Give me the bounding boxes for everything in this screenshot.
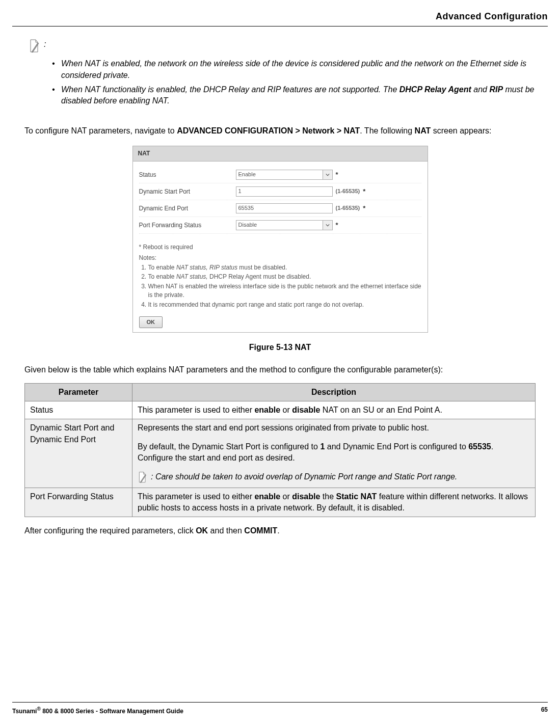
bullet-text: and: [471, 85, 490, 94]
text-block: By default, the Dynamic Start Port is co…: [138, 441, 530, 464]
bullet-text: When NAT is enabled, the network on the …: [61, 59, 526, 79]
table-header-description: Description: [132, 383, 536, 401]
bullet-text: When NAT functionality is enabled, the D…: [61, 85, 399, 94]
range-hint: (1-65535): [336, 187, 360, 195]
table-row: Port Forwarding Status This parameter is…: [25, 488, 536, 517]
range-hint: (1-65535): [336, 204, 360, 212]
text: . The following: [360, 126, 414, 135]
field-label: Dynamic Start Port: [139, 187, 236, 196]
text: To enable: [148, 273, 176, 280]
nat-config-panel: NAT Status Enable * Dynamic Start Port: [132, 146, 428, 333]
field-label: Port Forwarding Status: [139, 221, 236, 230]
required-asterisk: *: [363, 187, 365, 196]
panel-note-item: To enable NAT status, RIP status must be…: [148, 263, 421, 272]
note-pencil-icon: [138, 471, 148, 484]
note-pencil-icon: [29, 39, 41, 54]
note-bullet-item: When NAT is enabled, the network on the …: [52, 58, 548, 81]
registered-mark: ®: [37, 706, 40, 712]
ok-button[interactable]: OK: [139, 316, 163, 328]
select-value: Enable: [238, 171, 256, 178]
panel-notes-list: To enable NAT status, RIP status must be…: [139, 263, 421, 309]
form-row-dynamic-start: Dynamic Start Port 1 (1-65535) *: [139, 183, 421, 200]
table-row: Status This parameter is used to either …: [25, 401, 536, 419]
breadcrumb-path: ADVANCED CONFIGURATION > Network > NAT: [177, 126, 360, 135]
text: must be disabled.: [237, 264, 287, 271]
parameter-table: Parameter Description Status This parame…: [24, 383, 536, 518]
note-bullet-list: When NAT is enabled, the network on the …: [52, 58, 548, 107]
desc-cell: This parameter is used to either enable …: [132, 488, 536, 517]
form-row-dynamic-end: Dynamic End Port 65535 (1-65535) *: [139, 200, 421, 217]
note-colon: :: [44, 39, 46, 50]
field-label: Dynamic End Port: [139, 204, 236, 213]
figure-caption: Figure 5-13 NAT: [12, 342, 548, 353]
italic-text: NAT status, RIP status: [176, 264, 237, 271]
field-label: Status: [139, 171, 236, 179]
notes-label: Notes:: [139, 254, 421, 262]
note-bullet-item: When NAT functionality is enabled, the D…: [52, 84, 548, 107]
port-forwarding-select[interactable]: Disable: [236, 220, 333, 230]
dynamic-start-input[interactable]: 1: [236, 186, 333, 197]
text: or: [280, 406, 292, 414]
nav-instruction: To configure NAT parameters, navigate to…: [24, 125, 536, 137]
bold-text: disable: [292, 492, 320, 501]
table-header-parameter: Parameter: [25, 383, 132, 401]
text: .: [277, 526, 279, 535]
bold-text: enable: [254, 492, 280, 501]
page-number: 65: [541, 706, 548, 716]
param-cell: Status: [25, 401, 132, 419]
text: the: [320, 492, 336, 501]
bold-text: NAT: [415, 126, 431, 135]
chevron-down-icon: [323, 221, 332, 230]
bold-text: COMMIT: [244, 526, 277, 535]
bold-text: disable: [292, 406, 320, 414]
reboot-required-note: * Reboot is required: [139, 243, 421, 252]
panel-note-item: It is recommended that dynamic port rang…: [148, 301, 421, 309]
bold-text: 65535: [468, 442, 491, 451]
footer-rule: [12, 702, 548, 703]
text: and Dynamic End Port is configured to: [325, 442, 468, 451]
table-intro: Given below is the table which explains …: [24, 364, 536, 375]
text: 800 & 8000 Series - Software Management …: [41, 708, 183, 715]
bold-text: RIP: [489, 85, 503, 94]
bold-text: OK: [196, 526, 208, 535]
desc-cell: Represents the start and end port sessio…: [132, 419, 536, 488]
text: NAT on an SU or an End Point A.: [320, 406, 442, 414]
text: screen appears:: [431, 126, 491, 135]
text: To enable: [148, 264, 176, 271]
text: By default, the Dynamic Start Port is co…: [138, 442, 320, 451]
panel-body: Status Enable * Dynamic Start Port 1 (1-…: [133, 161, 428, 332]
panel-note-item: When NAT is enabled the wireless interfa…: [148, 282, 421, 300]
select-value: Disable: [238, 221, 257, 229]
after-table-instruction: After configuring the required parameter…: [24, 525, 536, 536]
bold-text: DHCP Relay Agent: [399, 85, 471, 94]
dynamic-end-input[interactable]: 65535: [236, 203, 333, 213]
inline-note: : Care should be taken to avoid overlap …: [138, 471, 530, 484]
italic-text: NAT status,: [176, 273, 208, 280]
required-asterisk: *: [336, 221, 338, 230]
note-block-top: :: [29, 39, 548, 54]
input-value: 1: [238, 187, 242, 195]
form-row-port-forwarding: Port Forwarding Status Disable *: [139, 217, 421, 234]
text: To configure NAT parameters, navigate to: [24, 126, 177, 135]
text: After configuring the required parameter…: [24, 526, 196, 535]
text: Tsunami: [12, 708, 37, 715]
text: This parameter is used to either: [138, 492, 254, 501]
header-rule: [12, 26, 548, 26]
param-cell: Port Forwarding Status: [25, 488, 132, 517]
panel-note-item: To enable NAT status, DHCP Relay Agent m…: [148, 273, 421, 281]
chevron-down-icon: [323, 170, 332, 179]
input-value: 65535: [238, 204, 254, 212]
page-footer: Tsunami® 800 & 8000 Series - Software Ma…: [12, 702, 548, 716]
table-row: Dynamic Start Port and Dynamic End Port …: [25, 419, 536, 488]
text: and then: [208, 526, 244, 535]
status-select[interactable]: Enable: [236, 170, 333, 180]
text: or: [280, 492, 292, 501]
text: This parameter is used to either: [138, 406, 254, 414]
param-cell: Dynamic Start Port and Dynamic End Port: [25, 419, 132, 488]
bold-text: 1: [320, 442, 325, 451]
required-asterisk: *: [336, 170, 338, 179]
desc-cell: This parameter is used to either enable …: [132, 401, 536, 419]
text: Represents the start and end port sessio…: [138, 422, 530, 434]
note-colon: :: [151, 472, 155, 481]
footer-left: Tsunami® 800 & 8000 Series - Software Ma…: [12, 706, 183, 716]
